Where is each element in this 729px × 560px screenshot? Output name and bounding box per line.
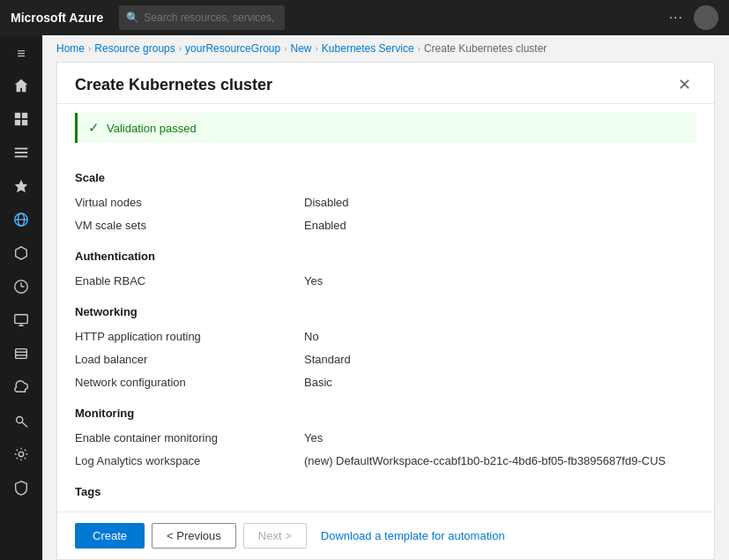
- panel-body[interactable]: Scale Virtual nodes Disabled VM scale se…: [57, 152, 714, 511]
- sidebar-icon-list[interactable]: [4, 137, 39, 168]
- sidebar-icon-shield[interactable]: [4, 472, 39, 504]
- validation-banner: ✓ Validation passed: [75, 113, 696, 143]
- label-http-routing: HTTP application routing: [75, 330, 304, 343]
- content-area: Home › Resource groups › yourResourceGro…: [42, 35, 729, 560]
- more-options-icon[interactable]: ···: [669, 10, 683, 26]
- section-heading-tags: Tags: [75, 485, 696, 498]
- breadcrumb-current: Create Kubernetes cluster: [424, 42, 547, 55]
- main-layout: ≡: [0, 35, 729, 560]
- value-http-routing: No: [304, 330, 696, 343]
- automation-link[interactable]: Download a template for automation: [321, 529, 505, 542]
- create-panel: Create Kubernetes cluster ✕ ✓ Validation…: [56, 62, 715, 560]
- svg-line-22: [22, 422, 27, 427]
- property-network-config: Network configuration Basic: [75, 371, 696, 394]
- top-bar: Microsoft Azure 🔍 ···: [0, 0, 729, 35]
- label-virtual-nodes: Virtual nodes: [75, 196, 304, 209]
- search-wrapper: 🔍: [119, 5, 454, 30]
- property-tags-none: (none): [75, 505, 696, 511]
- top-bar-right: ···: [669, 5, 718, 30]
- previous-button[interactable]: < Previous: [152, 523, 236, 549]
- sidebar-icon-key[interactable]: [4, 405, 39, 437]
- label-log-analytics: Log Analytics workspace: [75, 454, 304, 467]
- svg-rect-6: [15, 156, 27, 158]
- sidebar-icon-settings[interactable]: [4, 438, 39, 470]
- value-container-monitoring: Yes: [304, 431, 696, 444]
- user-avatar[interactable]: [694, 5, 718, 30]
- svg-marker-11: [16, 247, 27, 259]
- sidebar-icon-star[interactable]: [4, 170, 39, 202]
- label-tags-none: (none): [75, 510, 304, 511]
- breadcrumb-resource-group[interactable]: yourResourceGroup: [185, 42, 280, 55]
- property-virtual-nodes: Virtual nodes Disabled: [75, 191, 696, 214]
- svg-rect-5: [15, 152, 27, 153]
- svg-rect-4: [15, 148, 27, 150]
- sidebar-icon-sql[interactable]: [4, 338, 39, 370]
- validation-text: Validation passed: [107, 122, 197, 135]
- section-heading-scale: Scale: [75, 171, 696, 184]
- sidebar-icon-clock[interactable]: [4, 271, 39, 302]
- close-button[interactable]: ✕: [673, 75, 696, 94]
- next-button[interactable]: Next >: [243, 523, 307, 549]
- search-input[interactable]: [119, 5, 285, 30]
- label-vm-scale-sets: VM scale sets: [75, 219, 304, 232]
- search-icon: 🔍: [126, 11, 139, 24]
- label-load-balancer: Load balancer: [75, 353, 304, 366]
- sidebar-icon-home[interactable]: [4, 70, 39, 101]
- breadcrumb: Home › Resource groups › yourResourceGro…: [42, 35, 729, 62]
- property-enable-rbac: Enable RBAC Yes: [75, 270, 696, 293]
- section-heading-networking: Networking: [75, 305, 696, 318]
- svg-marker-7: [15, 180, 27, 192]
- breadcrumb-kubernetes-service[interactable]: Kubernetes Service: [322, 42, 414, 55]
- label-enable-rbac: Enable RBAC: [75, 274, 304, 287]
- svg-rect-3: [22, 120, 27, 125]
- property-container-monitoring: Enable container monitoring Yes: [75, 427, 696, 450]
- svg-point-21: [17, 417, 23, 423]
- create-button[interactable]: Create: [75, 523, 145, 549]
- label-network-config: Network configuration: [75, 376, 304, 389]
- svg-point-23: [19, 452, 23, 456]
- svg-rect-0: [15, 113, 20, 118]
- sidebar-icon-globe[interactable]: [4, 204, 39, 235]
- sidebar-icon-cloud[interactable]: [4, 371, 39, 403]
- value-virtual-nodes: Disabled: [304, 196, 696, 209]
- property-vm-scale-sets: VM scale sets Enabled: [75, 214, 696, 237]
- sidebar-icon-monitor[interactable]: [4, 304, 39, 336]
- brand-name: Microsoft Azure: [11, 11, 103, 25]
- sidebar-icon-hex[interactable]: [4, 237, 39, 269]
- svg-rect-2: [15, 120, 20, 125]
- sidebar-toggle[interactable]: ≡: [0, 39, 42, 69]
- value-load-balancer: Standard: [304, 353, 696, 366]
- panel-footer: Create < Previous Next > Download a temp…: [57, 511, 714, 559]
- value-enable-rbac: Yes: [304, 274, 696, 287]
- property-http-routing: HTTP application routing No: [75, 325, 696, 348]
- value-network-config: Basic: [304, 376, 696, 389]
- section-heading-auth: Authentication: [75, 250, 696, 263]
- svg-rect-1: [22, 113, 27, 118]
- property-log-analytics: Log Analytics workspace (new) DefaultWor…: [75, 450, 696, 473]
- panel-header: Create Kubernetes cluster ✕: [57, 63, 714, 104]
- sidebar: ≡: [0, 35, 42, 560]
- svg-rect-15: [15, 315, 27, 324]
- breadcrumb-new[interactable]: New: [291, 42, 312, 55]
- breadcrumb-home[interactable]: Home: [56, 42, 85, 55]
- sidebar-icon-dashboard[interactable]: [4, 103, 39, 135]
- breadcrumb-resource-groups[interactable]: Resource groups: [94, 42, 175, 55]
- svg-rect-18: [16, 349, 27, 359]
- value-vm-scale-sets: Enabled: [304, 219, 696, 232]
- check-icon: ✓: [88, 120, 100, 136]
- section-heading-monitoring: Monitoring: [75, 407, 696, 420]
- label-container-monitoring: Enable container monitoring: [75, 431, 304, 444]
- property-load-balancer: Load balancer Standard: [75, 348, 696, 371]
- panel-title: Create Kubernetes cluster: [75, 76, 272, 94]
- value-log-analytics: (new) DefaultWorkspace-ccabf1b0-b21c-4bd…: [304, 454, 696, 467]
